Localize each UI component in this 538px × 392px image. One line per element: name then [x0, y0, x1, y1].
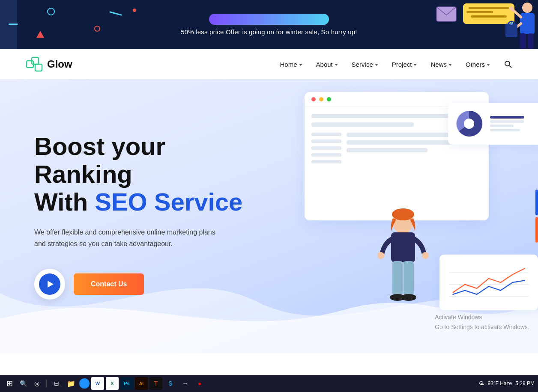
activate-windows-notice: Activate Windows Go to Settings to activ… — [435, 312, 529, 332]
speech-line-1 — [469, 7, 509, 9]
svg-point-9 — [510, 22, 513, 25]
hero-right-content — [296, 79, 538, 353]
play-button-inner — [39, 273, 60, 295]
nav-item-about[interactable]: About — [316, 61, 338, 68]
pie-bar-4 — [490, 129, 520, 131]
navbar: Glow Home About Service Project News Oth… — [0, 49, 538, 79]
pie-bar-1 — [490, 116, 524, 119]
svg-line-14 — [509, 65, 511, 68]
banner-gradient-bar — [209, 14, 329, 25]
nav-links: Home About Service Project News Others — [280, 60, 512, 68]
window-dot-red — [311, 97, 316, 101]
nav-item-home[interactable]: Home — [280, 61, 302, 68]
banner-person — [504, 0, 538, 49]
hero-heading-line2: With SEO Service — [34, 188, 242, 216]
svg-rect-6 — [520, 33, 526, 49]
banner-illustration — [401, 0, 538, 49]
nav-item-others[interactable]: Others — [466, 61, 490, 68]
sidebar-line-5 — [311, 160, 341, 163]
svg-point-21 — [392, 208, 414, 220]
scroll-indicator — [535, 190, 538, 243]
news-chevron-icon — [448, 64, 452, 66]
sidebar-line-3 — [311, 146, 341, 150]
activate-windows-line2: Go to Settings to activate Windows. — [435, 322, 529, 332]
deco-dot — [133, 9, 136, 12]
pie-bar-2 — [490, 120, 524, 123]
svg-point-24 — [422, 252, 429, 259]
svg-rect-26 — [404, 261, 414, 295]
pie-labels — [490, 116, 524, 131]
svg-rect-2 — [520, 13, 535, 34]
activate-windows-line1: Activate Windows — [435, 312, 529, 322]
hero-actions: Contact Us — [34, 269, 270, 300]
deco-ring-2 — [94, 26, 100, 32]
svg-point-28 — [401, 294, 416, 301]
speech-line-3 — [471, 15, 506, 18]
hero-left-content: Boost your Ranking With SEO Service We o… — [0, 79, 296, 353]
scroll-bar-orange — [535, 217, 538, 243]
sidebar-line-2 — [311, 140, 341, 143]
svg-point-4 — [509, 6, 514, 11]
others-chevron-icon — [487, 64, 490, 66]
contact-us-button[interactable]: Contact Us — [74, 273, 144, 295]
banner-center: 50% less price Offer is going on for win… — [181, 14, 357, 36]
deco-dash-1 — [9, 24, 18, 25]
svg-point-16 — [464, 119, 474, 129]
search-icon[interactable] — [504, 60, 512, 68]
window-dot-yellow — [319, 97, 323, 101]
home-chevron-icon — [299, 64, 302, 66]
hero-heading-line1: Boost your Ranking — [34, 132, 165, 188]
play-button[interactable] — [34, 269, 65, 300]
svg-rect-8 — [505, 24, 517, 37]
banner-text: 50% less price Offer is going on for win… — [181, 28, 357, 36]
hero-section: Boost your Ranking With SEO Service We o… — [0, 79, 538, 353]
nav-item-service[interactable]: Service — [352, 61, 378, 68]
banner-left-strip — [0, 0, 17, 49]
svg-rect-25 — [392, 261, 403, 295]
person-svg — [365, 208, 442, 353]
pie-bar-lines — [490, 116, 524, 131]
top-banner: 50% less price Offer is going on for win… — [0, 0, 538, 49]
about-chevron-icon — [335, 64, 338, 66]
content-line-m1 — [347, 133, 455, 137]
speech-line-2 — [466, 11, 493, 13]
line-chart-svg — [447, 261, 530, 304]
pie-bar-3 — [490, 125, 514, 127]
person-illustration — [365, 208, 442, 353]
logo-text: Glow — [47, 58, 72, 70]
svg-point-13 — [505, 61, 510, 66]
hero-blue-text: SEO Service — [95, 188, 242, 216]
deco-dash-2 — [109, 11, 122, 16]
svg-point-23 — [377, 252, 384, 259]
sidebar-line-1 — [311, 133, 341, 136]
content-line-2 — [311, 122, 414, 127]
window-dot-green — [327, 97, 331, 101]
logo-icon — [26, 56, 43, 73]
svg-rect-12 — [35, 64, 42, 71]
svg-rect-22 — [391, 232, 415, 262]
pie-chart-svg — [454, 109, 484, 139]
envelope-icon — [436, 6, 457, 22]
project-chevron-icon — [413, 64, 417, 66]
play-triangle-icon — [48, 281, 54, 288]
line-chart-mockup — [439, 255, 538, 310]
nav-item-project[interactable]: Project — [392, 61, 417, 68]
service-chevron-icon — [375, 64, 378, 66]
content-line-m3 — [347, 148, 428, 152]
sidebar-line-4 — [311, 153, 341, 157]
pie-chart-overlay — [448, 103, 538, 145]
hero-heading: Boost your Ranking With SEO Service — [34, 133, 270, 216]
sidebar-lines — [311, 133, 341, 163]
scroll-bar-blue — [535, 190, 538, 215]
deco-ring-1 — [47, 8, 55, 15]
svg-rect-7 — [528, 33, 534, 49]
nav-item-news[interactable]: News — [430, 61, 452, 68]
svg-point-1 — [522, 3, 532, 13]
deco-triangle — [36, 31, 44, 38]
logo-area[interactable]: Glow — [26, 56, 72, 73]
hero-subtext: We offer flexible and comprehensive onli… — [34, 226, 218, 249]
